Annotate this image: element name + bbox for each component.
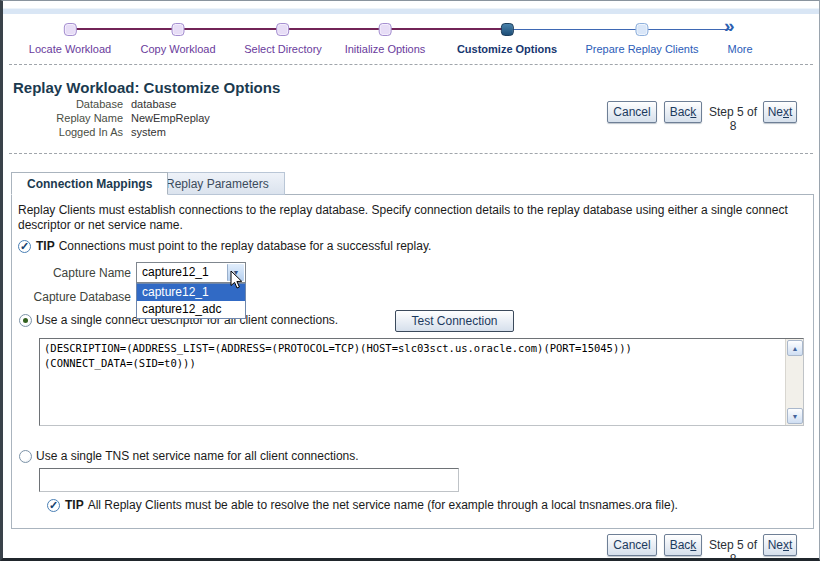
train-step-marker	[636, 23, 649, 36]
train-step-label: Initialize Options	[345, 43, 426, 55]
next-button-footer[interactable]: Next	[763, 534, 797, 556]
train-step-prepare-replay-clients[interactable]: Prepare Replay Clients	[585, 23, 698, 55]
step-indicator: Step 5 of 8	[706, 105, 760, 133]
test-connection-button[interactable]: Test Connection	[395, 310, 514, 332]
tip-check-icon: ✓	[47, 499, 60, 512]
info-label-replay-name: Replay Name	[11, 112, 123, 124]
capture-name-label: Capture Name	[11, 266, 131, 280]
train-step-more[interactable]: More	[727, 23, 752, 55]
radio-tns-service-name-label: Use a single TNS net service name for al…	[36, 449, 359, 463]
scroll-up-icon[interactable]: ▲	[787, 340, 803, 356]
train-step-marker	[379, 23, 392, 36]
tip-resolve-service-name: ✓ TIP All Replay Clients must be able to…	[47, 498, 678, 512]
train-step-initialize-options[interactable]: Initialize Options	[345, 23, 426, 55]
back-button-accesskey: k	[690, 105, 696, 119]
train-step-label: Select Directory	[244, 43, 322, 55]
cancel-button-footer[interactable]: Cancel	[607, 534, 657, 556]
train-step-select-directory[interactable]: Select Directory	[244, 23, 322, 55]
train-step-marker	[276, 23, 289, 36]
train-step-marker	[63, 23, 76, 36]
tip-check-icon: ✓	[18, 240, 31, 253]
train-step-label: Customize Options	[457, 43, 557, 55]
info-label-logged-in-as: Logged In As	[11, 126, 123, 138]
tip-text: All Replay Clients must be able to resol…	[88, 498, 678, 512]
train-step-copy-workload[interactable]: Copy Workload	[141, 23, 216, 55]
dropdown-option-capture12-1[interactable]: capture12_1	[137, 284, 245, 301]
connect-descriptor-field-wrap: (DESCRIPTION=(ADDRESS_LIST=(ADDRESS=(PRO…	[39, 338, 804, 426]
next-button[interactable]: Next	[763, 101, 797, 123]
cancel-button[interactable]: Cancel	[607, 101, 657, 123]
capture-database-label: Capture Database	[11, 290, 131, 304]
back-button[interactable]: Back	[664, 101, 702, 123]
train-step-marker	[500, 23, 513, 36]
connect-descriptor-textarea[interactable]: (DESCRIPTION=(ADDRESS_LIST=(ADDRESS=(PRO…	[40, 339, 785, 425]
info-value-logged-in-as: system	[131, 126, 166, 138]
capture-name-selected-value: capture12_1	[142, 265, 209, 279]
intro-text: Replay Clients must establish connection…	[18, 203, 806, 233]
tab-connection-mappings[interactable]: Connection Mappings	[11, 172, 168, 195]
radio-tns-service-name[interactable]	[19, 450, 32, 463]
back-button-accesskey: k	[690, 538, 696, 552]
tip-label: TIP	[36, 239, 55, 253]
train-step-marker	[172, 23, 185, 36]
dropdown-option-capture12-adc[interactable]: capture12_adc	[137, 301, 245, 318]
step-indicator-footer: Step 5 of 8	[706, 538, 760, 561]
radio-connect-descriptor[interactable]	[19, 314, 32, 327]
train-step-locate-workload[interactable]: Locate Workload	[29, 23, 111, 55]
train-step-label: More	[727, 43, 752, 55]
dropdown-arrow-icon[interactable]: ▼	[227, 264, 244, 281]
info-value-database: database	[131, 98, 176, 110]
info-label-database: Database	[11, 98, 123, 110]
next-button-label: Ne	[768, 105, 783, 119]
train-step-label: Prepare Replay Clients	[585, 43, 698, 55]
tip-text: Connections must point to the replay dat…	[59, 239, 432, 253]
tip-connections: ✓ TIP Connections must point to the repl…	[18, 239, 431, 253]
tns-service-name-input[interactable]	[39, 468, 459, 492]
replay-workload-wizard-page: » Locate Workload Copy Workload Select D…	[0, 0, 820, 561]
train-step-label: Locate Workload	[29, 43, 111, 55]
next-button-label-end: t	[789, 538, 792, 552]
next-button-label: Ne	[768, 538, 783, 552]
capture-name-select[interactable]: capture12_1 ▼	[136, 262, 246, 283]
capture-name-dropdown-list: capture12_1 capture12_adc	[136, 283, 246, 319]
back-button-footer[interactable]: Back	[664, 534, 702, 556]
radio-selected-dot	[23, 318, 28, 323]
back-button-label: Bac	[670, 105, 691, 119]
train-step-customize-options[interactable]: Customize Options	[457, 23, 557, 55]
info-value-replay-name: NewEmpReplay	[131, 112, 210, 124]
tab-replay-parameters[interactable]: Replay Parameters	[150, 172, 285, 195]
back-button-label: Bac	[670, 538, 691, 552]
next-button-label-end: t	[789, 105, 792, 119]
tip-label: TIP	[65, 498, 84, 512]
scroll-down-icon[interactable]: ▼	[787, 408, 803, 424]
page-title: Replay Workload: Customize Options	[13, 79, 280, 96]
train-step-label: Copy Workload	[141, 43, 216, 55]
top-accent-strip	[3, 8, 819, 14]
textarea-scrollbar[interactable]: ▲ ▼	[785, 339, 803, 425]
divider	[9, 64, 813, 65]
divider	[9, 153, 813, 154]
